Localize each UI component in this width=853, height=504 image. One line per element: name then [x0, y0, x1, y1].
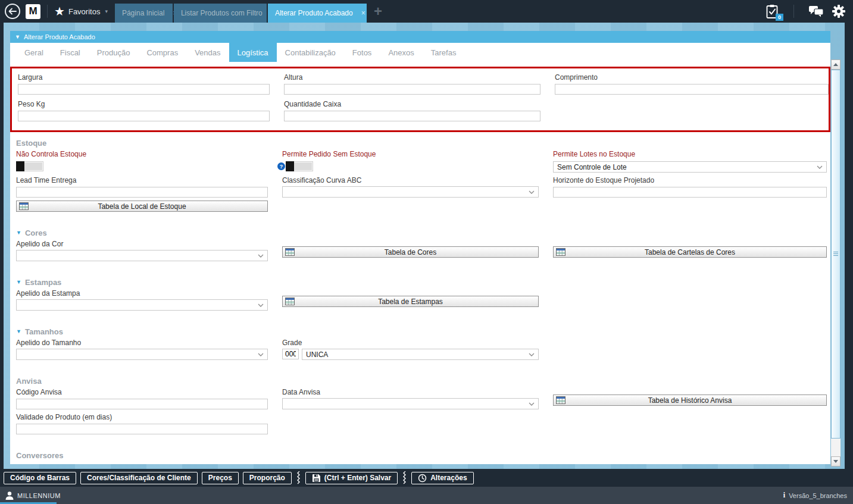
field-validade-produto: Validade do Produto (em dias) [16, 411, 268, 434]
collapse-icon: ▼ [16, 230, 21, 236]
permite-lotes-select[interactable]: Sem Controle de Lote [553, 161, 827, 173]
help-icon[interactable]: ? [277, 162, 285, 170]
unidade-uso-label: Unidade de Uso/Venda [282, 464, 539, 464]
close-icon[interactable]: × [361, 9, 365, 17]
scroll-down-button[interactable] [831, 456, 840, 467]
arrow-left-icon [8, 8, 17, 15]
tab-tarefas[interactable]: Tarefas [423, 43, 465, 62]
button-label: Cores/Classificação de Cliente [87, 474, 191, 482]
cores-classificacao-button[interactable]: Cores/Classificação de Cliente [80, 472, 198, 484]
divider [793, 5, 794, 18]
messages-button[interactable] [808, 5, 824, 17]
tabela-estampas-button[interactable]: Tabela de Estampas [282, 296, 539, 307]
table-icon [285, 248, 295, 256]
peso-label: Peso Kg [18, 100, 270, 108]
codigo-anvisa-input[interactable] [16, 399, 268, 409]
apelido-tamanho-select[interactable] [16, 349, 268, 360]
altura-label: Altura [284, 73, 540, 82]
scroll-up-button[interactable] [831, 60, 840, 70]
history-clock-icon [418, 474, 427, 483]
tab-fotos[interactable]: Fotos [344, 43, 380, 62]
tab-label: Listar Produtos com Filtro [181, 9, 263, 17]
field-fator: Fator de Proporção [553, 461, 827, 464]
button-label: Alterações [430, 474, 467, 482]
scrollbar-thumb[interactable] [831, 70, 840, 439]
apelido-estampa-select[interactable] [16, 299, 268, 311]
field-codigo-anvisa: Código Anvisa [16, 386, 268, 409]
bottom-toolbar: Código de Barras Cores/Classificação de … [0, 469, 853, 487]
largura-label: Largura [18, 73, 270, 82]
tabela-historico-anvisa-button[interactable]: Tabela de Histórico Anvisa [553, 395, 827, 406]
tab-vendas[interactable]: Vendas [186, 43, 229, 62]
tab-producao[interactable]: Produção [89, 43, 139, 62]
largura-input[interactable] [18, 84, 270, 95]
tamanhos-header[interactable]: ▼ Tamanhos [10, 327, 830, 336]
select-value: UNICA [306, 350, 529, 359]
quantidade-caixa-input[interactable] [284, 111, 540, 121]
tab-contabilizacao[interactable]: Contabilização [277, 43, 344, 62]
codigo-de-barras-button[interactable]: Código de Barras [4, 472, 76, 484]
collapse-icon[interactable]: ▼ [15, 35, 20, 40]
curva-abc-select[interactable] [282, 186, 539, 198]
grade-code-input[interactable] [282, 349, 299, 359]
tab-geral[interactable]: Geral [16, 43, 52, 62]
horizonte-label: Horizonte do Estoque Projetado [553, 176, 827, 184]
data-anvisa-select[interactable] [282, 398, 539, 409]
table-icon [556, 396, 565, 404]
session-tab-pagina-inicial[interactable]: Página Inicial × [115, 4, 173, 23]
tab-label: Página Inicial [122, 9, 164, 17]
new-tab-button[interactable]: + [374, 4, 382, 18]
collapse-icon: ▼ [16, 280, 21, 285]
alteracoes-button[interactable]: Alterações [411, 472, 473, 484]
apelido-cor-select[interactable] [16, 250, 268, 261]
grade-select[interactable]: UNICA [302, 349, 539, 360]
tab-fiscal[interactable]: Fiscal [52, 43, 89, 62]
grade-label: Grade [282, 339, 539, 347]
nao-controla-toggle[interactable] [16, 161, 43, 171]
unidade-compra-label: Unidade de Compra [16, 464, 268, 464]
estoque-title: Estoque [10, 139, 830, 148]
permite-pedido-toggle[interactable] [286, 161, 313, 171]
estampas-header[interactable]: ▼ Estampas [10, 278, 830, 287]
tab-logistica[interactable]: Logística [229, 43, 277, 62]
comprimento-input[interactable] [555, 84, 829, 95]
field-horizonte: Horizonte do Estoque Projetado [553, 174, 827, 198]
field-data-anvisa: Data Anvisa [282, 386, 539, 409]
chevron-down-icon [529, 402, 535, 406]
user-menu[interactable]: MILLENNIUM [5, 491, 61, 500]
field-apelido-cor: Apelido da Cor [16, 237, 268, 261]
tab-anexos[interactable]: Anexos [380, 43, 422, 62]
tabela-cartelas-cores-button[interactable]: Tabela de Cartelas de Cores [553, 246, 827, 258]
scrollbar-track[interactable] [831, 439, 840, 456]
tab-compras[interactable]: Compras [138, 43, 186, 62]
field-lead-time: Lead Time Entrega [16, 174, 268, 198]
settings-button[interactable] [832, 4, 846, 18]
session-tab-listar-produtos[interactable]: Listar Produtos com Filtro × [174, 4, 267, 23]
field-largura: Largura [18, 71, 270, 95]
horizonte-input[interactable] [553, 187, 827, 198]
favorites-menu[interactable]: ★ Favoritos ▾ [54, 5, 108, 17]
quantidade-caixa-label: Quantidade Caixa [284, 100, 540, 108]
vertical-scrollbar[interactable] [831, 60, 840, 467]
altura-input[interactable] [284, 84, 540, 95]
validade-input[interactable] [16, 424, 268, 434]
button-label: Tabela de Estampas [378, 298, 443, 306]
cores-header[interactable]: ▼ Cores [10, 228, 830, 237]
button-label: Código de Barras [10, 474, 70, 482]
precos-button[interactable]: Preços [202, 472, 239, 484]
star-icon: ★ [54, 5, 65, 17]
peso-input[interactable] [18, 111, 270, 121]
tasks-clipboard-button[interactable]: 0 [766, 4, 779, 19]
tabela-local-estoque-button[interactable]: Tabela de Local de Estoque [16, 201, 268, 212]
back-button[interactable] [5, 4, 20, 19]
button-label: Proporção [249, 474, 285, 482]
session-tab-alterar-produto[interactable]: Alterar Produto Acabado × [268, 4, 367, 23]
top-bar: M ★ Favoritos ▾ Página Inicial × Listar … [0, 0, 853, 23]
footer-bar: MILLENNIUM i Versão_5_branches [0, 487, 853, 504]
lead-time-input[interactable] [16, 187, 268, 198]
tabela-cores-button[interactable]: Tabela de Cores [282, 246, 539, 258]
apelido-cor-label: Apelido da Cor [16, 240, 268, 248]
millennium-logo[interactable]: M [26, 4, 40, 19]
salvar-button[interactable]: (Ctrl + Enter) Salvar [305, 472, 398, 484]
proporcao-button[interactable]: Proporção [243, 472, 292, 484]
